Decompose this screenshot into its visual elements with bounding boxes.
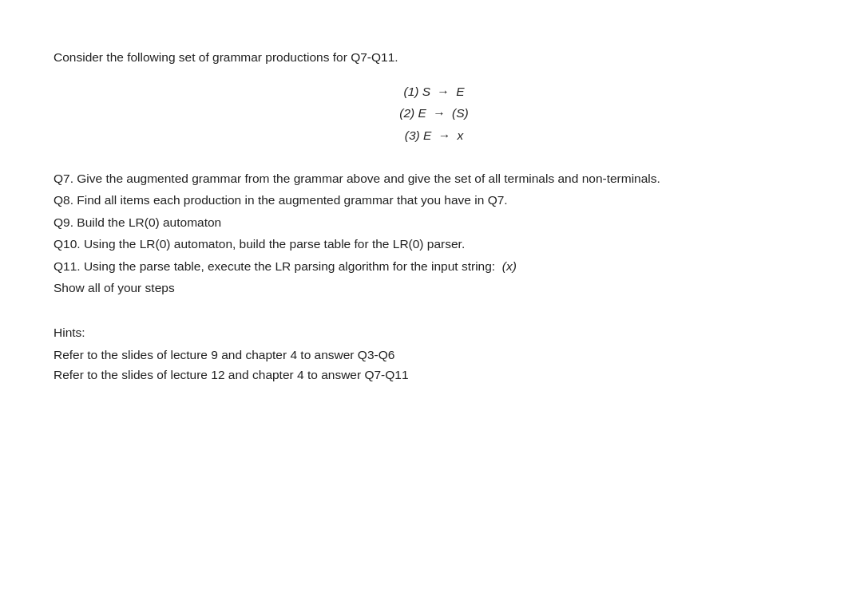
question-q10: Q10. Using the LR(0) automaton, build th… [54,234,814,255]
productions-block: (1) S → E (2) E → (S) (3) E → x [54,81,814,145]
hints-block: Hints: Refer to the slides of lecture 9 … [54,322,814,385]
question-q11: Q11. Using the parse table, execute the … [54,256,814,277]
hints-title: Hints: [54,322,814,343]
prod2-number: (2) [399,106,418,120]
intro-text: Consider the following set of grammar pr… [54,48,814,66]
prod1-lhs: S [422,85,430,98]
prod3-number: (3) [405,128,423,142]
production-line-3: (3) E → x [54,124,814,146]
hints-line2: Refer to the slides of lecture 12 and ch… [54,365,814,385]
prod2-rhs: (S) [452,106,469,120]
prod2-lhs: E [418,106,426,120]
prod3-arrow: → [434,128,454,142]
q11-input: (x) [502,259,517,273]
show-steps: Show all of your steps [54,278,814,298]
prod3-rhs: x [457,128,463,142]
question-q7: Q7. Give the augmented grammar from the … [54,168,814,189]
content-wrapper: Consider the following set of grammar pr… [54,48,814,385]
prod2-arrow: → [430,106,449,120]
hints-line1: Refer to the slides of lecture 9 and cha… [54,345,814,365]
question-q8: Q8. Find all items each production in th… [54,190,814,211]
question-q9: Q9. Build the LR(0) automaton [54,212,814,233]
prod1-rhs: E [456,85,464,98]
production-line-2: (2) E → (S) [54,102,814,124]
questions-block: Q7. Give the augmented grammar from the … [54,168,814,298]
prod1-number: (1) [403,85,422,98]
prod3-lhs: E [423,128,431,142]
prod1-arrow: → [434,85,453,98]
production-line-1: (1) S → E [54,81,814,102]
